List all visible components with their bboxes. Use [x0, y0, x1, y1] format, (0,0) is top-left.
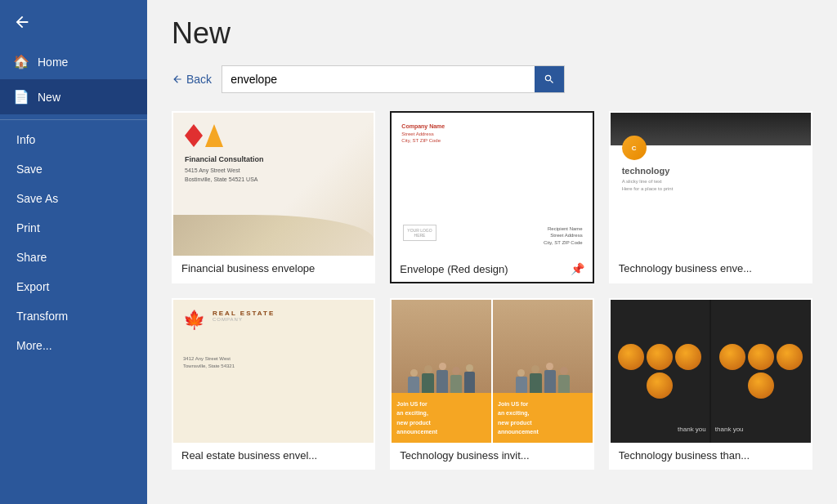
- template-card-tech-thanks[interactable]: thank you thank you Technology business …: [609, 298, 812, 470]
- template-name-technology: Technology business enve...: [619, 262, 752, 274]
- page-title: New: [172, 16, 812, 51]
- template-card-tech-invite[interactable]: Join US foran exciting,new productannoun…: [390, 298, 593, 470]
- sidebar-item-share[interactable]: Share: [0, 243, 147, 272]
- sidebar-item-home[interactable]: 🏠 Home: [0, 44, 147, 79]
- sidebar: 🏠 Home 📄 New Info Save Save As Print Sha…: [0, 0, 147, 504]
- sidebar-label-home: Home: [38, 56, 68, 69]
- sidebar-item-more[interactable]: More...: [0, 331, 147, 360]
- template-card-technology[interactable]: C technology A slicky line of text Here …: [609, 111, 812, 283]
- sidebar-item-transform[interactable]: Transform: [0, 301, 147, 331]
- template-card-financial[interactable]: Financial Consultation 5415 Any Street W…: [172, 111, 375, 283]
- sidebar-item-print[interactable]: Print: [0, 213, 147, 243]
- template-footer-tech-invite: Technology business invit...: [392, 443, 592, 468]
- sidebar-item-info[interactable]: Info: [0, 125, 147, 154]
- template-thumb-tech-thanks: thank you thank you: [611, 300, 811, 443]
- back-label: Back: [186, 73, 212, 86]
- templates-grid: Financial Consultation 5415 Any Street W…: [172, 111, 812, 470]
- template-footer-tech-thanks: Technology business than...: [611, 443, 811, 468]
- template-name-real-estate: Real estate business envel...: [181, 449, 317, 462]
- template-name-tech-invite: Technology business invit...: [400, 449, 529, 462]
- template-card-real-estate[interactable]: 🍁 REAL ESTATE COMPANY 3412 Any Street We…: [172, 298, 375, 470]
- template-thumb-red-design: Company Name Street Address City, ST ZIP…: [392, 113, 592, 256]
- search-input-wrap: [222, 65, 565, 93]
- sidebar-item-new[interactable]: 📄 New: [0, 79, 147, 114]
- sidebar-label-new: New: [38, 91, 60, 104]
- template-thumb-tech-invite: Join US foran exciting,new productannoun…: [392, 300, 592, 443]
- search-button[interactable]: [535, 66, 564, 92]
- sidebar-item-save-as[interactable]: Save As: [0, 184, 147, 213]
- new-doc-icon: 📄: [13, 89, 29, 105]
- home-icon: 🏠: [13, 54, 29, 69]
- template-footer-financial: Financial business envelope: [173, 256, 374, 281]
- template-footer-red-design: Envelope (Red design) 📌: [392, 256, 592, 282]
- sidebar-divider: [0, 119, 147, 120]
- template-name-tech-thanks: Technology business than...: [619, 449, 750, 462]
- template-thumb-technology: C technology A slicky line of text Here …: [611, 113, 811, 256]
- template-footer-real-estate: Real estate business envel...: [173, 443, 374, 468]
- search-bar: Back: [172, 65, 812, 93]
- pin-icon[interactable]: 📌: [571, 262, 584, 275]
- template-thumb-real-estate: 🍁 REAL ESTATE COMPANY 3412 Any Street We…: [173, 300, 374, 443]
- search-input[interactable]: [222, 73, 535, 86]
- template-card-red-design[interactable]: Company Name Street Address City, ST ZIP…: [390, 111, 593, 283]
- back-button[interactable]: [3, 3, 41, 41]
- main-content: New Back Financial Consultation: [147, 0, 837, 504]
- search-back-link[interactable]: Back: [172, 73, 212, 86]
- sidebar-item-export[interactable]: Export: [0, 272, 147, 301]
- template-thumb-financial: Financial Consultation 5415 Any Street W…: [173, 113, 374, 256]
- sidebar-item-save[interactable]: Save: [0, 154, 147, 184]
- template-name-red-design: Envelope (Red design): [400, 263, 508, 275]
- template-name-financial: Financial business envelope: [181, 262, 315, 274]
- template-footer-technology: Technology business enve...: [611, 256, 811, 281]
